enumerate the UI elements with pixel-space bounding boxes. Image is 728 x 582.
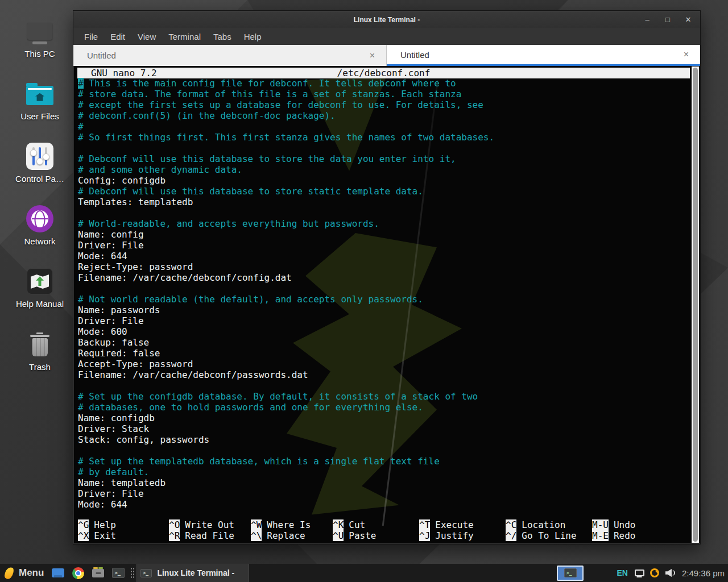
terminal-line: # debconf.conf(5) (in the debconf-doc pa… — [78, 110, 690, 121]
terminal-line: # and some other dynamic data. — [78, 164, 690, 175]
nano-shortcut-redo: M-ERedo — [592, 530, 694, 541]
nano-shortcut-write-out: ^OWrite Out — [169, 519, 251, 530]
nano-shortcut-replace: ^\Replace — [251, 530, 333, 541]
menu-item-file[interactable]: File — [78, 30, 104, 44]
close-button[interactable]: ✕ — [684, 16, 692, 23]
desktop-icon-network[interactable]: Network — [8, 202, 72, 246]
desktop-icon-label: Trash — [8, 362, 72, 372]
terminal-launcher-icon[interactable]: >_ — [112, 568, 125, 578]
taskbar-menu-button[interactable]: Menu — [19, 567, 44, 579]
menu-item-edit[interactable]: Edit — [104, 30, 131, 44]
terminal-line: # databases, one to hold passwords and o… — [78, 402, 690, 413]
desktop-icon-user-files[interactable]: User Files — [8, 77, 72, 121]
desktop-icon-label: Network — [8, 236, 72, 246]
workspace-pager[interactable]: >_ — [557, 566, 584, 581]
terminal-line: Required: false — [78, 348, 690, 359]
terminal-line: Accept-Type: password — [78, 359, 690, 369]
menu-item-terminal[interactable]: Terminal — [162, 30, 207, 44]
trash-icon — [32, 338, 48, 356]
tab-bar: Untitled × Untitled × — [73, 45, 700, 66]
nano-buffer: # This is the main config file for debco… — [78, 78, 690, 510]
terminal-line — [78, 207, 690, 218]
control-panel-icon — [26, 143, 53, 170]
nano-shortcut-paste: ^UPaste — [333, 530, 419, 541]
terminal-line: Name: config — [78, 229, 690, 240]
scrollbar-thumb[interactable] — [693, 68, 698, 542]
tab-untitled-2[interactable]: Untitled × — [387, 45, 700, 66]
nano-cursor: # — [78, 78, 84, 89]
terminal-line — [78, 283, 690, 294]
terminal-line — [78, 445, 690, 456]
tab-label: Untitled — [400, 50, 429, 60]
terminal-line: # store data. The format of this file is… — [78, 89, 690, 99]
terminal-line: Filename: /var/cache/debconf/config.dat — [78, 272, 690, 283]
taskbar: Menu >_ >_ Linux Lite Terminal - >_ EN 2… — [0, 564, 728, 582]
window-task-button[interactable]: >_ Linux Lite Terminal - — [136, 564, 249, 582]
tab-close-icon[interactable]: × — [366, 51, 378, 61]
terminal-line: # except the first sets up a database fo… — [78, 99, 690, 110]
terminal-line: Templates: templatedb — [78, 197, 690, 207]
menu-item-tabs[interactable]: Tabs — [207, 30, 238, 44]
minimize-button[interactable]: – — [643, 16, 651, 23]
terminal-line: Driver: File — [78, 240, 690, 251]
terminal-line: Name: templatedb — [78, 477, 690, 488]
terminal-line: # This is the main config file for debco… — [78, 78, 690, 89]
linux-lite-logo-icon[interactable] — [4, 566, 14, 579]
tab-close-icon[interactable]: × — [680, 49, 692, 60]
window-controls: – □ ✕ — [643, 11, 692, 28]
file-manager-icon[interactable] — [52, 568, 64, 577]
terminal-icon: >_ — [564, 568, 577, 577]
nano-shortcut-cut: ^KCut — [333, 519, 419, 530]
nano-shortcut-where-is: ^WWhere Is — [251, 519, 333, 530]
scrollbar[interactable] — [692, 66, 699, 543]
nano-file-path: /etc/debconf.conf — [77, 68, 690, 78]
nano-shortcut-undo: M-UUndo — [592, 519, 694, 530]
terminal-line: Driver: File — [78, 488, 690, 499]
clock[interactable]: 2:49:36 pm — [682, 568, 725, 578]
window-titlebar[interactable]: Linux Lite Terminal - – □ ✕ — [73, 11, 700, 28]
home-folder-icon — [26, 86, 53, 105]
help-manual-icon — [27, 268, 53, 294]
terminal-icon: >_ — [140, 569, 152, 577]
nano-shortcut-go-to-line: ^/Go To Line — [506, 530, 592, 541]
tab-label: Untitled — [87, 51, 116, 60]
terminal-line: Filename: /var/cache/debconf/passwords.d… — [78, 369, 690, 380]
desktop-icon-control-panel[interactable]: Control Pa… — [8, 140, 72, 184]
tab-untitled-1[interactable]: Untitled × — [73, 45, 387, 66]
terminal-line: Config: configdb — [78, 175, 690, 186]
desktop-icon-trash[interactable]: Trash — [8, 328, 72, 372]
terminal-line: Name: passwords — [78, 305, 690, 315]
terminal-line: Driver: File — [78, 315, 690, 326]
terminal-line: # Debconf will use this database to stor… — [78, 186, 690, 197]
window-title: Linux Lite Terminal - — [354, 16, 420, 24]
terminal-line: Backup: false — [78, 337, 690, 348]
desktop-icon-help-manual[interactable]: Help Manual — [8, 265, 72, 309]
update-refresh-icon[interactable] — [650, 568, 659, 577]
computer-icon — [27, 23, 52, 40]
maximize-button[interactable]: □ — [664, 16, 672, 23]
taskbar-grip[interactable] — [130, 567, 135, 579]
terminal-line: Mode: 600 — [78, 326, 690, 337]
nano-shortcut-execute: ^TExecute — [419, 519, 506, 530]
terminal-line — [78, 380, 690, 391]
display-icon[interactable] — [635, 569, 644, 576]
terminal-line: # Debconf will use this database to stor… — [78, 153, 690, 164]
menu-item-view[interactable]: View — [131, 30, 162, 44]
terminal-line: Stack: config, passwords — [78, 434, 690, 445]
desktop-icon-this-pc[interactable]: This PC — [8, 15, 72, 59]
archive-icon[interactable] — [92, 569, 104, 577]
nano-shortcut-read-file: ^RRead File — [169, 530, 251, 541]
terminal-line: Mode: 644 — [78, 499, 690, 510]
terminal-line: # Set up the templatedb database, which … — [78, 456, 690, 467]
terminal-line: # World-readable, and accepts everything… — [78, 218, 690, 229]
volume-icon[interactable] — [665, 569, 675, 577]
terminal-screen[interactable]: GNU nano 7.2 /etc/debconf.conf # This is… — [74, 66, 700, 543]
chrome-icon[interactable] — [72, 567, 84, 579]
terminal-line: Name: configdb — [78, 413, 690, 423]
terminal-line: # Set up the configdb database. By defau… — [78, 391, 690, 402]
desktop-icon-label: User Files — [8, 111, 72, 121]
menu-item-help[interactable]: Help — [238, 30, 268, 44]
terminal-line: # by default. — [78, 467, 690, 477]
desktop-icon-label: Help Manual — [8, 299, 72, 309]
language-indicator[interactable]: EN — [617, 568, 627, 577]
